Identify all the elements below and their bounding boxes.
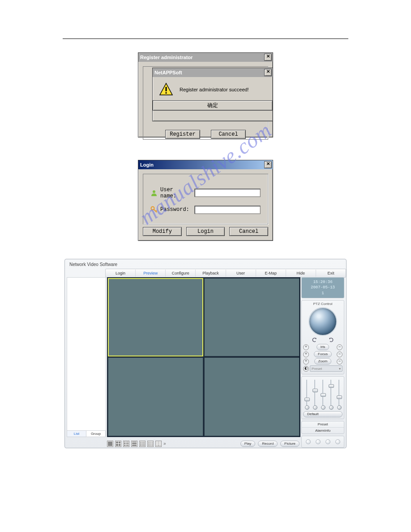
- video-cell-2[interactable]: [204, 278, 300, 357]
- menu-item-configure[interactable]: Configure: [166, 270, 196, 277]
- layout-icon-4[interactable]: [131, 441, 137, 447]
- menu-item-user[interactable]: User: [226, 270, 256, 277]
- iris-minus-button[interactable]: −: [337, 344, 342, 350]
- app-menu: LoginPreviewConfigurePlaybackUserE-MapHi…: [105, 269, 346, 278]
- zoom-plus-button[interactable]: +: [303, 359, 309, 365]
- indicator-dot: [316, 439, 321, 444]
- preset-select[interactable]: Preset▾: [310, 365, 342, 372]
- message-text: Register administrator succeed!: [180, 87, 249, 92]
- menu-item-hide[interactable]: Hide: [286, 270, 316, 277]
- password-input[interactable]: [194, 206, 261, 214]
- iris-plus-button[interactable]: +: [303, 344, 309, 350]
- login-button[interactable]: Login: [186, 227, 225, 236]
- slider-3[interactable]: [320, 380, 325, 408]
- indicator-dot: [325, 439, 330, 444]
- app-title: Network Video Software: [65, 259, 346, 269]
- register-admin-title: Register administrator: [140, 55, 193, 60]
- menu-item-e-map[interactable]: E-Map: [256, 270, 286, 277]
- indicator-dot: [335, 439, 340, 444]
- clock-panel: 15:20:36 2007-05-13 1: [301, 277, 344, 299]
- login-dialog: Login ✕ User name:: [138, 160, 273, 241]
- menu-item-login[interactable]: Login: [106, 270, 136, 277]
- svg-marker-8: [329, 338, 330, 339]
- picture-button[interactable]: Picture: [280, 441, 300, 447]
- key-icon: [150, 206, 158, 213]
- svg-rect-2: [166, 92, 167, 94]
- right-tab-alarminfo[interactable]: AlarmInfo: [302, 428, 344, 433]
- login-titlebar: Login ✕: [138, 160, 273, 169]
- layout-icon-3[interactable]: [123, 441, 129, 447]
- svg-line-6: [156, 210, 157, 211]
- iris-label: Iris: [317, 344, 330, 350]
- video-cell-3[interactable]: [108, 357, 203, 436]
- ptz-dial[interactable]: [308, 307, 337, 336]
- cancel-button[interactable]: Cancel: [229, 227, 268, 236]
- modify-button[interactable]: Modify: [143, 227, 182, 236]
- sliders-panel: Default: [301, 376, 344, 419]
- register-button[interactable]: Register: [165, 130, 200, 139]
- side-tab-list[interactable]: List: [67, 430, 86, 437]
- menu-item-exit[interactable]: Exit: [316, 270, 346, 277]
- slider-2[interactable]: [312, 380, 317, 408]
- ok-button[interactable]: 确定: [153, 100, 273, 111]
- zoom-label: Zoom: [314, 358, 331, 365]
- clock-time: 15:20:36: [303, 279, 343, 285]
- ptz-panel: PTZ Control +Iris−+Focus−+Zoom− ◐ Preset…: [301, 300, 344, 374]
- layout-icon-7[interactable]: [155, 441, 162, 447]
- login-title: Login: [140, 162, 154, 167]
- menu-item-playback[interactable]: Playback: [196, 270, 226, 277]
- layout-icon-5[interactable]: [139, 441, 146, 447]
- username-input[interactable]: [194, 189, 261, 197]
- warning-icon: [159, 82, 173, 97]
- play-button[interactable]: Play: [240, 441, 256, 447]
- indicator-panel: [301, 436, 344, 448]
- layout-icon-6[interactable]: [147, 441, 154, 447]
- message-box-titlebar: NetAPPSoft ✕: [153, 68, 273, 77]
- menu-item-preview[interactable]: Preview: [136, 270, 166, 277]
- slider-4[interactable]: [328, 380, 334, 408]
- focus-label: Focus: [314, 351, 332, 357]
- focus-minus-button[interactable]: −: [337, 352, 342, 357]
- device-tree-panel: ListGroup: [67, 277, 106, 437]
- preset-cycle-icon[interactable]: ◐: [303, 366, 309, 372]
- right-tabs: PresetAlarmInfo: [301, 421, 344, 434]
- ptz-title: PTZ Control: [303, 302, 342, 306]
- side-tab-group[interactable]: Group: [86, 430, 106, 437]
- svg-point-3: [153, 190, 155, 193]
- message-box-title: NetAPPSoft: [154, 70, 182, 75]
- nvs-app-window: Network Video Software LoginPreviewConfi…: [64, 259, 347, 448]
- clock-extra: 1: [303, 291, 343, 296]
- video-cell-4[interactable]: [204, 357, 300, 436]
- layout-icon-2[interactable]: [115, 441, 121, 447]
- message-box: NetAPPSoft ✕ Register administrator succ…: [152, 68, 273, 121]
- clock-date: 2007-05-13: [303, 285, 343, 291]
- default-button[interactable]: Default: [303, 411, 342, 417]
- register-admin-titlebar: Register administrator ✕: [138, 53, 273, 62]
- record-button[interactable]: Record: [258, 441, 278, 447]
- right-tab-preset[interactable]: Preset: [302, 421, 344, 428]
- slider-5[interactable]: [336, 380, 342, 408]
- layout-icon-1[interactable]: [107, 441, 113, 447]
- video-cell-1[interactable]: [108, 278, 203, 357]
- rotate-cw-icon[interactable]: [329, 338, 334, 342]
- svg-marker-7: [316, 338, 317, 339]
- svg-rect-1: [166, 87, 167, 91]
- password-label: Password:: [160, 206, 192, 213]
- zoom-minus-button[interactable]: −: [337, 359, 342, 365]
- close-icon[interactable]: ✕: [264, 161, 272, 168]
- slider-1[interactable]: [304, 380, 309, 408]
- focus-plus-button[interactable]: +: [303, 352, 309, 357]
- cancel-button[interactable]: Cancel: [211, 130, 246, 139]
- layout-icons: »: [107, 441, 166, 447]
- user-icon: [150, 189, 158, 197]
- indicator-dot: [306, 439, 311, 444]
- close-icon[interactable]: ✕: [264, 54, 272, 61]
- username-label: User name:: [160, 187, 192, 199]
- layout-more-icon[interactable]: »: [163, 441, 166, 446]
- rotate-ccw-icon[interactable]: [312, 338, 317, 342]
- video-grid: [107, 277, 300, 437]
- close-icon[interactable]: ✕: [264, 69, 272, 76]
